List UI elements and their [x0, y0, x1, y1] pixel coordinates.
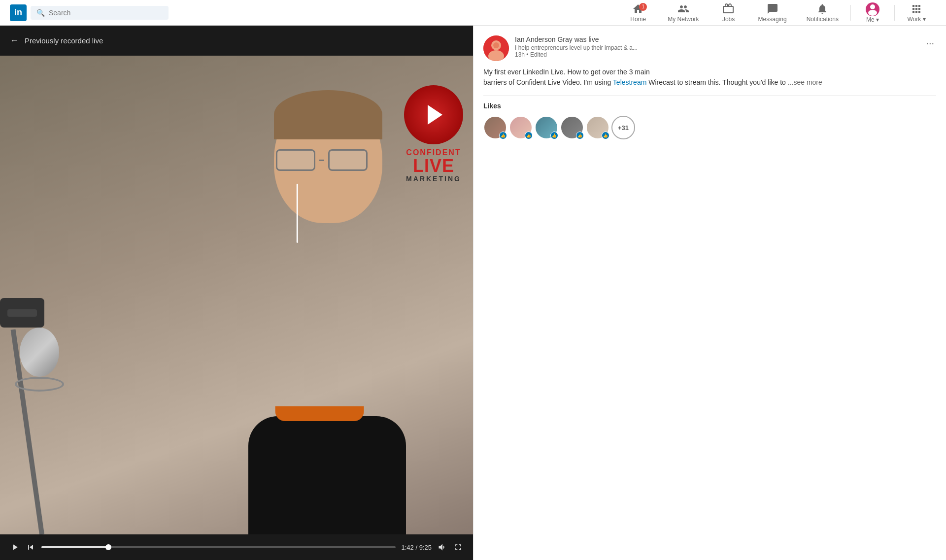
work-icon: [911, 3, 922, 15]
likes-section: Likes 👍 👍 👍 👍 👍 +31: [483, 96, 936, 139]
person-body: [248, 416, 406, 534]
see-more-link[interactable]: ...see more: [788, 78, 822, 86]
linkedin-badge-3: 👍: [550, 132, 558, 139]
main-container: ← Previously recorded live: [0, 26, 946, 560]
network-icon: [677, 3, 689, 15]
poster-name: Ian Anderson Gray was live: [515, 35, 918, 43]
earbud-cord: [297, 184, 298, 243]
notifications-icon: [816, 3, 828, 15]
more-options-button[interactable]: ···: [924, 35, 936, 51]
home-badge: 1: [639, 3, 647, 11]
logo-marketing: MARKETING: [404, 175, 463, 183]
nav-home-label: Home: [630, 16, 646, 23]
like-avatar-1[interactable]: 👍: [483, 116, 507, 139]
like-avatar-2[interactable]: 👍: [509, 116, 533, 139]
nav-jobs-label: Jobs: [722, 16, 735, 23]
svg-point-0: [870, 4, 875, 9]
fullscreen-button[interactable]: [453, 542, 463, 552]
microphone-area: [0, 288, 128, 534]
jobs-icon: [723, 3, 735, 15]
linkedin-badge-1: 👍: [499, 132, 507, 139]
clamp-jaw: [7, 309, 37, 317]
nav-messaging[interactable]: Messaging: [748, 0, 797, 26]
likes-avatars: 👍 👍 👍 👍 👍 +31: [483, 116, 936, 139]
more-likes-count[interactable]: +31: [611, 116, 635, 139]
nav-me-label: Me ▾: [866, 16, 879, 23]
logo-overlay: CONFIDENT LIVE MARKETING: [404, 85, 463, 183]
progress-fill: [41, 546, 108, 548]
video-player[interactable]: CONFIDENT LIVE MARKETING: [0, 56, 473, 534]
poster-time: 13h • Edited: [515, 51, 918, 58]
like-avatar-5[interactable]: 👍: [586, 116, 609, 139]
search-bar[interactable]: 🔍: [31, 6, 169, 20]
telestream-link[interactable]: Telestream: [613, 78, 646, 86]
play-button[interactable]: [10, 542, 20, 552]
time-display: 1:42 / 9:25: [402, 544, 432, 551]
nav-notifications[interactable]: Notifications: [797, 0, 848, 26]
glass-right: [328, 149, 368, 171]
logo-live: LIVE: [404, 157, 463, 175]
linkedin-badge-4: 👍: [576, 132, 584, 139]
post-content: My first ever LinkedIn Live. How to get …: [483, 67, 936, 88]
nav-items: 1 Home My Network Jobs Messaging Notific…: [618, 0, 936, 26]
logo-circle: [404, 85, 463, 144]
skip-back-button[interactable]: [26, 542, 35, 552]
linkedin-logo[interactable]: in: [10, 4, 27, 21]
nav-work[interactable]: Work ▾: [897, 0, 936, 26]
nav-me[interactable]: Me ▾: [853, 0, 892, 26]
svg-point-5: [493, 42, 499, 48]
nav-messaging-label: Messaging: [758, 16, 787, 23]
post-sidebar: Ian Anderson Gray was live I help entrep…: [473, 26, 946, 560]
progress-bar[interactable]: [41, 546, 396, 548]
orange-collar: [275, 406, 364, 421]
video-header: ← Previously recorded live: [0, 26, 473, 56]
nav-work-label: Work ▾: [907, 16, 925, 23]
video-title: Previously recorded live: [25, 36, 103, 45]
linkedin-badge-5: 👍: [602, 132, 609, 139]
navbar: in 🔍 1 Home My Network Jobs Messaging No: [0, 0, 946, 26]
like-avatar-4[interactable]: 👍: [560, 116, 584, 139]
avatar: [866, 2, 879, 16]
person-hair: [274, 90, 382, 139]
mic-capsule: [20, 328, 59, 377]
nav-notifications-label: Notifications: [807, 16, 839, 23]
poster-subtitle: I help entrepreneurs level up their impa…: [515, 44, 918, 51]
nav-home[interactable]: 1 Home: [618, 0, 658, 26]
mic-clamp: [0, 298, 44, 328]
search-icon: 🔍: [36, 9, 45, 17]
likes-title: Likes: [483, 102, 936, 110]
video-frame: CONFIDENT LIVE MARKETING: [0, 56, 473, 534]
play-icon: [428, 105, 442, 125]
poster-avatar[interactable]: [483, 35, 509, 61]
nav-divider: [850, 5, 851, 21]
back-button[interactable]: ←: [10, 35, 19, 46]
video-controls: 1:42 / 9:25: [0, 534, 473, 560]
nav-network-label: My Network: [668, 16, 699, 23]
glasses: [276, 149, 374, 171]
volume-button[interactable]: [438, 542, 447, 552]
search-input[interactable]: [49, 9, 163, 17]
like-avatar-3[interactable]: 👍: [535, 116, 558, 139]
linkedin-badge-2: 👍: [525, 132, 533, 139]
post-header: Ian Anderson Gray was live I help entrep…: [483, 35, 936, 61]
glass-bridge: [319, 160, 324, 161]
poster-info: Ian Anderson Gray was live I help entrep…: [515, 35, 918, 58]
progress-knob[interactable]: [105, 544, 111, 550]
video-area: ← Previously recorded live: [0, 26, 473, 560]
nav-my-network[interactable]: My Network: [658, 0, 709, 26]
nav-jobs[interactable]: Jobs: [709, 0, 748, 26]
nav-divider-2: [894, 5, 895, 21]
messaging-icon: [767, 3, 778, 15]
glass-left: [276, 149, 315, 171]
shock-mount: [15, 377, 64, 392]
svg-point-1: [868, 10, 877, 16]
